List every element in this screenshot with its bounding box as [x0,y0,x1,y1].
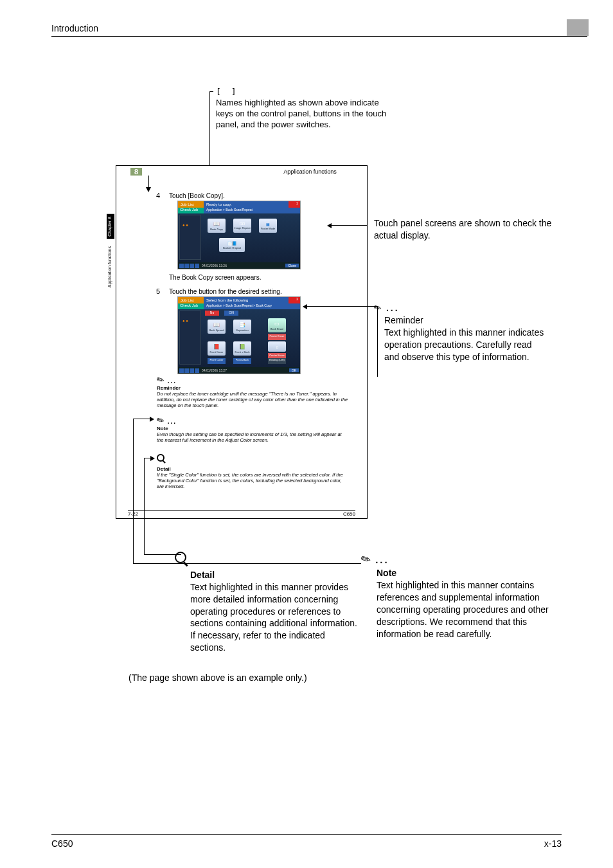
detail-title: Detail [157,466,350,472]
connector-line [144,458,145,554]
copies-count: 1 [289,201,300,208]
check-job-btn: Check Job [178,303,204,309]
book-spread-btn: Book Spread [209,329,224,332]
note-text: Even though the setting can be specified… [157,431,350,443]
magnify-icon [157,454,164,462]
connector-line [133,419,134,563]
magnify-icon [175,552,186,563]
manual-page: 8 Application functions 4 Touch [Book Co… [116,165,368,519]
status-select: Select from the following [204,297,289,303]
callout-detail-head: Detail [190,569,361,581]
detail-text: If the "Single Color" function is set, t… [157,472,350,489]
connector-arrow [133,419,154,419]
footer-right: x-13 [544,838,562,849]
touch-screenshot-1: Job List Ready to copy. 1 Check Job Appl… [177,201,301,269]
example-note: (The page shown above is an example only… [129,673,307,683]
left-panel: ● ● [179,215,201,260]
arrow-down-icon [146,187,151,192]
callout-reminder-text: Text highlighted in this manner indicate… [384,327,547,363]
status-ready: Ready to copy. [204,201,289,208]
footer-left: C650 [51,838,73,849]
connector-arrow [144,458,154,458]
footer-date: 04/01/2006 13:26 [202,264,227,267]
step-5-text: Touch the button for the desired setting… [169,288,282,295]
book-erase-btn: Book Erase [271,327,284,330]
side-function: Application functions [107,244,112,290]
callout-note-text: Text highlighted in this manner contains… [377,579,554,640]
book-copy-btn: Book Copy [210,228,223,231]
frame-erase-btn: Frame Erase [268,334,286,340]
bracket-symbol: [ ] [216,87,396,98]
callout-touchscreen: Touch panel screens are shown to check t… [374,217,554,242]
callout-detail-text: Text highlighted in this manner provides… [190,581,361,654]
left-panel: ● ● [179,311,201,365]
page-footer: C650 x-13 [51,834,562,849]
no-btn: No [205,311,219,316]
header-text: Introduction [51,23,98,33]
on-btn: ON [224,311,238,316]
footer-date: 04/01/2006 13:27 [202,368,227,372]
connector-arrow [328,225,368,226]
section-title: Application functions [283,168,337,175]
binding-btn: Binding (Left) [268,358,286,364]
callout-reminder-head: Reminder [384,314,547,327]
callout-note: ✎ ... Note Text highlighted in this mann… [361,552,554,640]
job-list-btn: Job List [178,297,204,303]
reminder-title: Reminder [157,385,350,391]
front-cover-sel: Front Cover [208,358,226,364]
callout-brackets-text: Names highlighted as shown above indicat… [216,98,396,131]
front-back-btn: Front + Back [235,350,250,354]
connector-line [209,91,213,92]
callout-detail: Detail Text highlighted in this manner p… [175,552,361,654]
ok-btn: OK [289,368,299,372]
page-header: Introduction [51,23,587,37]
chapter-number: 8 [130,168,142,176]
side-label: Chapter 8 Application functions [107,214,116,330]
connector-arrow [303,306,377,307]
callout-touchscreen-text: Touch panel screens are shown to check t… [374,217,554,242]
check-job-btn: Check Job [178,208,204,213]
callout-note-head: Note [377,567,554,579]
touch-screenshot-2: Job List Select from the following 1 Che… [177,296,301,374]
booklet-original-btn: Booklet Original [223,246,241,249]
reminder-text: Do not replace the toner cartridge until… [157,391,350,408]
breadcrumb: Application > Book Scan/Repeat > Book Co… [204,303,300,309]
note-title: Note [157,426,350,431]
step-4-result: The Book Copy screen appears. [169,274,261,281]
callout-brackets: [ ] Names highlighted as shown above ind… [216,87,396,131]
page-tab-marker [567,19,589,36]
side-chapter: Chapter 8 [107,214,114,239]
copies-count: 1 [289,297,300,303]
separation-btn: Separation [236,329,248,332]
step-number: 5 [156,287,160,295]
breadcrumb: Application > Book Scan/Repeat [204,208,300,213]
close-btn: Close [285,264,299,267]
poster-mode-btn: Poster Mode [261,227,276,230]
callout-reminder: ✎ ... Reminder Text highlighted in this … [374,302,547,363]
image-repeat-btn: Image Repeat [234,226,250,230]
step-4-text: Touch [Book Copy]. [169,192,225,199]
front-back-sel: Front+Back [233,358,251,364]
front-cover-btn: Front Cover [209,350,223,354]
manual-foot-right: C650 [343,511,355,517]
connector-line [209,91,210,172]
step-number: 4 [156,192,160,199]
job-list-btn: Job List [178,201,204,208]
connector-line [148,176,149,187]
